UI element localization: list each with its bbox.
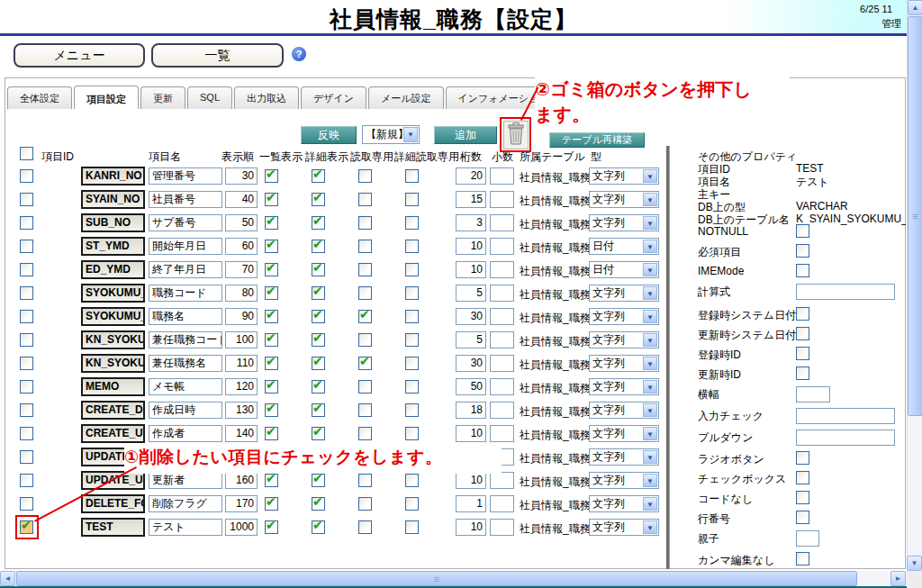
chevron-down-icon[interactable]: ▼	[643, 216, 657, 230]
vertical-scrollbar-thumb[interactable]	[908, 16, 922, 416]
list-display-checkbox[interactable]: ✔	[265, 380, 278, 394]
type-select[interactable]: 文字列▼	[589, 191, 659, 208]
field-name-input[interactable]: 管理番号	[149, 167, 222, 185]
decimals-input[interactable]	[490, 285, 514, 302]
type-select[interactable]: 文字列▼	[589, 448, 659, 466]
list-display-checkbox[interactable]: ✔	[265, 357, 278, 370]
property-input[interactable]	[796, 284, 895, 300]
chevron-down-icon[interactable]: ▼	[643, 403, 657, 417]
detail-readonly-checkbox[interactable]	[405, 474, 419, 487]
display-order-input[interactable]: 130	[225, 402, 258, 419]
field-id[interactable]: SYAIN_NO	[81, 190, 145, 209]
property-input[interactable]	[796, 430, 895, 446]
list-button[interactable]: 一覧	[151, 43, 284, 68]
detail-readonly-checkbox[interactable]	[405, 193, 419, 206]
row-checkbox[interactable]	[20, 474, 33, 487]
rebuild-table-button[interactable]: テーブル再構築	[549, 132, 645, 148]
detail-display-checkbox[interactable]: ✔	[312, 193, 325, 206]
property-checkbox[interactable]	[796, 366, 809, 380]
detail-display-checkbox[interactable]: ✔	[312, 240, 325, 253]
field-id[interactable]: SYOKUMU_CD	[81, 284, 145, 303]
property-checkbox[interactable]	[796, 451, 809, 465]
type-select[interactable]: 文字列▼	[589, 331, 659, 348]
list-display-checkbox[interactable]: ✔	[265, 497, 278, 511]
detail-readonly-checkbox[interactable]	[405, 240, 419, 253]
list-display-checkbox[interactable]: ✔	[265, 427, 278, 440]
detail-display-checkbox[interactable]: ✔	[312, 310, 325, 323]
type-select[interactable]: 文字列▼	[589, 308, 659, 325]
display-order-input[interactable]: 1000	[225, 519, 258, 536]
decimals-input[interactable]	[490, 261, 514, 278]
readonly-checkbox[interactable]	[358, 474, 372, 487]
property-checkbox[interactable]	[796, 244, 809, 258]
property-input[interactable]	[796, 530, 819, 547]
digits-input[interactable]: 10	[456, 261, 486, 278]
field-id[interactable]: KN_SYOKUMU_CD	[81, 330, 145, 349]
row-checkbox[interactable]	[20, 169, 33, 183]
readonly-checkbox[interactable]	[358, 216, 372, 230]
display-order-input[interactable]: 70	[225, 261, 258, 278]
chevron-down-icon[interactable]: ▼	[643, 193, 657, 206]
detail-readonly-checkbox[interactable]	[405, 263, 419, 276]
list-display-checkbox[interactable]: ✔	[265, 193, 278, 206]
type-select[interactable]: 文字列▼	[589, 425, 659, 442]
list-display-checkbox[interactable]: ✔	[265, 310, 278, 323]
tab-更新[interactable]: 更新	[140, 86, 185, 109]
detail-display-checkbox[interactable]: ✔	[312, 263, 325, 276]
scroll-up-icon[interactable]	[908, 0, 922, 15]
row-checkbox[interactable]	[20, 497, 33, 511]
decimals-input[interactable]	[490, 472, 514, 489]
detail-display-checkbox[interactable]: ✔	[312, 169, 325, 183]
detail-display-checkbox[interactable]: ✔	[312, 474, 325, 487]
field-name-input[interactable]: テスト	[149, 519, 222, 536]
detail-readonly-checkbox[interactable]	[405, 403, 419, 417]
detail-readonly-checkbox[interactable]	[405, 216, 419, 230]
tab-メール設定[interactable]: メール設定	[368, 86, 444, 109]
type-select[interactable]: 文字列▼	[589, 402, 659, 419]
decimals-input[interactable]	[490, 238, 514, 255]
list-display-checkbox[interactable]: ✔	[265, 216, 278, 230]
field-id[interactable]: KANRI_NO	[81, 167, 145, 185]
chevron-down-icon[interactable]: ▼	[643, 427, 657, 440]
digits-input[interactable]: 30	[456, 355, 486, 372]
type-select[interactable]: 日付▼	[589, 238, 659, 255]
decimals-input[interactable]	[490, 355, 514, 372]
digits-input[interactable]: 10	[456, 238, 486, 255]
readonly-checkbox[interactable]	[358, 263, 372, 276]
field-name-input[interactable]: 社員番号	[149, 191, 222, 208]
digits-input[interactable]: 30	[456, 308, 486, 325]
readonly-checkbox[interactable]	[358, 193, 372, 206]
field-id[interactable]: SUB_NO	[81, 213, 145, 232]
readonly-checkbox[interactable]	[358, 286, 372, 300]
detail-readonly-checkbox[interactable]	[405, 286, 419, 300]
readonly-checkbox[interactable]	[358, 380, 372, 394]
property-checkbox[interactable]	[796, 471, 809, 484]
type-select[interactable]: 文字列▼	[589, 519, 659, 536]
detail-readonly-checkbox[interactable]	[405, 380, 419, 394]
detail-readonly-checkbox[interactable]	[405, 427, 419, 440]
field-name-input[interactable]: メモ帳	[149, 378, 222, 395]
detail-readonly-checkbox[interactable]	[405, 169, 419, 183]
digits-input[interactable]: 3	[456, 214, 486, 231]
list-display-checkbox[interactable]: ✔	[265, 263, 278, 276]
decimals-input[interactable]	[490, 378, 514, 395]
tab-項目設定[interactable]: 項目設定	[74, 86, 139, 109]
field-name-input[interactable]: 兼任職務名	[149, 355, 222, 372]
type-select[interactable]: 文字列▼	[589, 472, 659, 489]
field-name-input[interactable]: 兼任職務コード	[149, 331, 222, 348]
chevron-down-icon[interactable]: ▼	[643, 497, 657, 511]
field-name-input[interactable]: 職務名	[149, 308, 222, 325]
tab-SQL[interactable]: SQL	[187, 86, 232, 109]
row-checkbox[interactable]	[20, 427, 33, 440]
chevron-down-icon[interactable]: ▼	[643, 450, 657, 464]
property-checkbox[interactable]	[796, 224, 809, 238]
detail-display-checkbox[interactable]: ✔	[312, 357, 325, 370]
row-checkbox[interactable]	[20, 216, 33, 230]
chevron-down-icon[interactable]: ▼	[643, 310, 657, 323]
chevron-down-icon[interactable]: ▼	[643, 520, 657, 534]
field-name-input[interactable]: 削除フラグ	[149, 495, 222, 512]
row-checkbox[interactable]	[20, 286, 33, 300]
detail-readonly-checkbox[interactable]	[405, 497, 419, 511]
detail-display-checkbox[interactable]: ✔	[312, 403, 325, 417]
display-order-input[interactable]: 100	[225, 331, 258, 348]
